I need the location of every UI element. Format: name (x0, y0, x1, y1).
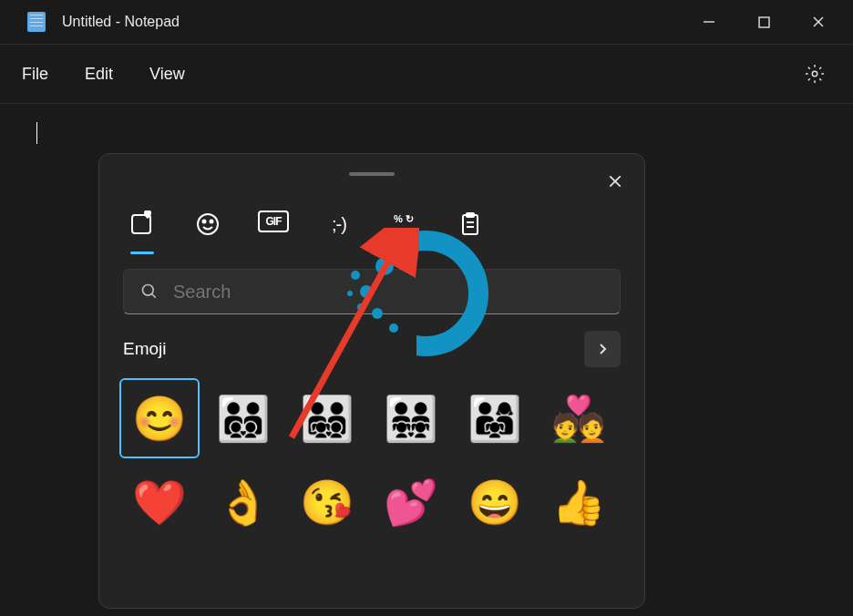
tab-emoji[interactable] (192, 210, 223, 249)
emoji-cell[interactable]: 👨‍👨‍👧‍👦 (287, 378, 367, 458)
search-box[interactable] (123, 269, 621, 314)
svg-rect-1 (759, 17, 769, 27)
tab-recents[interactable] (127, 210, 158, 249)
svg-text:↻: ↻ (406, 213, 414, 224)
emoji-cell[interactable]: 👍 (539, 462, 619, 542)
emoji-cell[interactable]: 💑 (539, 378, 619, 458)
titlebar: Untitled - Notepad (0, 0, 853, 44)
emoji-cell[interactable]: 👨‍👨‍👧‍👧 (371, 378, 451, 458)
svg-point-4 (812, 71, 817, 77)
svg-text:%: % (394, 213, 403, 224)
menu-file[interactable]: File (22, 65, 48, 84)
maximize-button[interactable] (736, 4, 791, 40)
chevron-right-icon (596, 343, 609, 355)
emoji-cell[interactable]: 😊 (119, 378, 200, 458)
emoji-cell[interactable]: 😄 (455, 462, 535, 542)
emoji-cell[interactable]: 👨‍👨‍👦‍👦 (203, 378, 283, 458)
emoji-picker-panel: GIF ;-) %↻△+ Emoji 😊👨‍👨‍👦‍👦👨‍👨‍👧‍👦👨‍👨‍👧‍… (98, 153, 645, 609)
minimize-button[interactable] (682, 4, 736, 40)
settings-button[interactable] (798, 57, 831, 90)
svg-point-8 (198, 214, 218, 234)
emoji-cell[interactable]: ❤️ (119, 462, 200, 542)
drag-handle[interactable] (349, 172, 395, 176)
emoji-cell[interactable]: 😘 (287, 462, 367, 542)
window-title: Untitled - Notepad (62, 14, 180, 30)
menu-view[interactable]: View (149, 65, 185, 84)
emoji-grid: 😊👨‍👨‍👦‍👦👨‍👨‍👧‍👦👨‍👨‍👧‍👧👨‍👩‍👧💑❤️👌😘💕😄👍 (119, 378, 624, 542)
emoji-cell[interactable]: 👨‍👩‍👧 (455, 378, 535, 458)
svg-text:△: △ (393, 226, 402, 237)
svg-text:+: + (406, 224, 413, 238)
svg-rect-15 (463, 215, 478, 234)
category-tabs: GIF ;-) %↻△+ (99, 198, 644, 256)
menu-edit[interactable]: Edit (85, 65, 113, 84)
svg-point-10 (211, 221, 213, 223)
search-input[interactable] (173, 282, 603, 303)
svg-line-20 (152, 294, 156, 298)
emoji-cell[interactable]: 💕 (371, 462, 451, 542)
notepad-app-icon (27, 12, 46, 32)
menubar: File Edit View (0, 45, 853, 103)
tab-kaomoji[interactable]: ;-) (324, 210, 355, 249)
svg-point-9 (203, 221, 206, 223)
expand-button[interactable] (584, 331, 621, 367)
svg-point-19 (143, 285, 154, 296)
gif-icon: GIF (258, 210, 289, 232)
tab-clipboard[interactable] (455, 210, 486, 249)
tab-gif[interactable]: GIF (258, 210, 289, 249)
search-icon (140, 282, 159, 301)
panel-close-button[interactable] (599, 165, 632, 198)
tab-symbols[interactable]: %↻△+ (389, 210, 420, 249)
close-button[interactable] (791, 4, 846, 40)
kaomoji-icon: ;-) (325, 210, 353, 238)
text-cursor (36, 122, 37, 144)
section-title: Emoji (123, 339, 584, 359)
emoji-cell[interactable]: 👌 (203, 462, 283, 542)
